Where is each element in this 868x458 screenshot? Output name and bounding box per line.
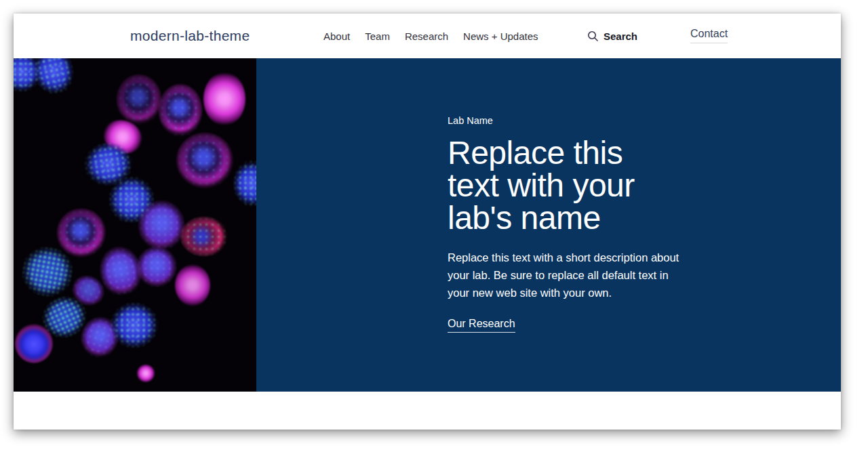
cell-blob (136, 245, 178, 289)
hero-description: Replace this text with a short descripti… (448, 249, 684, 301)
search-icon (587, 30, 599, 42)
our-research-link[interactable]: Our Research (448, 318, 515, 333)
cell-blob (108, 301, 160, 350)
hero-eyebrow: Lab Name (448, 115, 719, 126)
cell-blob (232, 159, 256, 209)
cell-blob (179, 215, 229, 257)
search-button[interactable]: Search (587, 14, 637, 58)
cell-blob (15, 324, 53, 363)
search-label: Search (604, 30, 637, 42)
cell-blob (175, 131, 235, 190)
cell-blob (175, 264, 210, 306)
footer-strip (14, 392, 841, 430)
nav-item-about[interactable]: About (323, 30, 350, 42)
cell-blob (203, 72, 245, 126)
hero-panel: Lab Name Replace this text with your lab… (256, 58, 841, 392)
page-card: modern-lab-theme About Team Research New… (14, 14, 841, 430)
nav-item-news-updates[interactable]: News + Updates (463, 30, 538, 42)
cell-blob (137, 199, 186, 252)
hero-text-block: Lab Name Replace this text with your lab… (448, 58, 719, 333)
cell-blob (28, 58, 79, 100)
hero-section: Lab Name Replace this text with your lab… (14, 58, 841, 392)
hero-heading: Replace this text with your lab's name (448, 137, 674, 234)
cell-blob (137, 365, 155, 382)
hero-microscopy-image (14, 58, 256, 392)
contact-link[interactable]: Contact (690, 28, 728, 43)
cell-blob (115, 73, 163, 126)
cell-blob (157, 83, 203, 138)
site-header: modern-lab-theme About Team Research New… (14, 14, 841, 58)
main-nav: About Team Research News + Updates (323, 14, 538, 58)
nav-item-team[interactable]: Team (365, 30, 390, 42)
site-logo[interactable]: modern-lab-theme (130, 14, 250, 58)
nav-item-research[interactable]: Research (405, 30, 448, 42)
